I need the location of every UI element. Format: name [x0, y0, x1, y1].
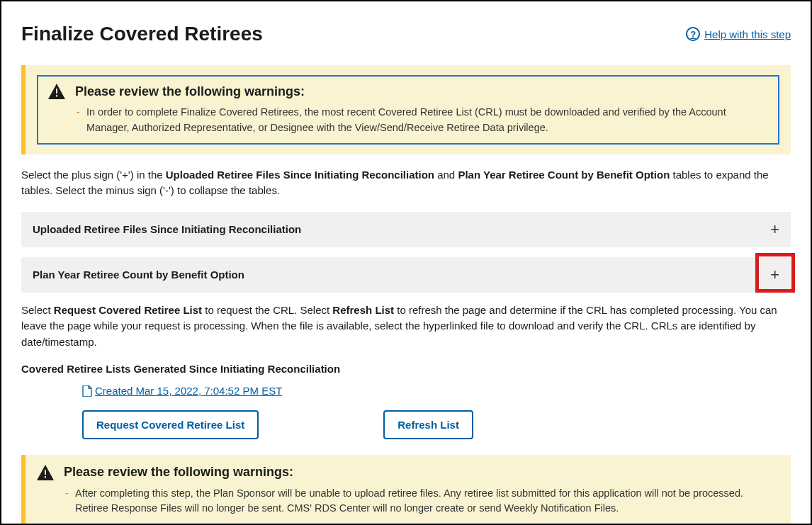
file-icon	[82, 385, 92, 397]
crl-section-title: Covered Retiree Lists Generated Since In…	[21, 363, 791, 375]
svg-rect-2	[45, 470, 46, 475]
warning-focus-outline: Please review the following warnings: In…	[37, 75, 779, 145]
refresh-list-button[interactable]: Refresh List	[383, 410, 473, 439]
plus-icon: +	[770, 267, 779, 283]
warning-box-top: Please review the following warnings: In…	[21, 65, 791, 154]
warning-box-bottom: Please review the following warnings: Af…	[21, 455, 791, 524]
warning-title: Please review the following warnings:	[75, 84, 305, 99]
request-crl-button[interactable]: Request Covered Retiree List	[82, 410, 259, 439]
warning-icon	[48, 84, 65, 99]
svg-rect-3	[45, 476, 46, 478]
instruction-expand: Select the plus sign ('+') in the Upload…	[21, 167, 791, 199]
svg-rect-0	[56, 89, 57, 94]
crl-file-link[interactable]: Created Mar 15, 2022, 7:04:52 PM EST	[82, 385, 282, 397]
warning-item: In order to complete Finalize Covered Re…	[77, 105, 768, 136]
accordion-title: Uploaded Retiree Files Since Initiating …	[33, 223, 301, 235]
warning-icon	[37, 465, 54, 480]
warning-title: Please review the following warnings:	[64, 465, 293, 480]
help-icon: ?	[686, 27, 700, 41]
accordion-title: Plan Year Retiree Count by Benefit Optio…	[33, 269, 244, 281]
help-link[interactable]: ? Help with this step	[686, 27, 791, 41]
accordion-plan-year-count[interactable]: Plan Year Retiree Count by Benefit Optio…	[21, 257, 791, 293]
crl-file-text: Created Mar 15, 2022, 7:04:52 PM EST	[95, 385, 282, 397]
plus-icon: +	[770, 222, 779, 237]
warning-item: After completing this step, the Plan Spo…	[65, 486, 779, 517]
svg-rect-1	[56, 95, 57, 97]
page-title: Finalize Covered Retirees	[21, 23, 263, 45]
accordion-uploaded-files[interactable]: Uploaded Retiree Files Since Initiating …	[21, 212, 791, 247]
help-link-text: Help with this step	[704, 28, 791, 40]
instruction-request-crl: Select Request Covered Retiree List to r…	[21, 303, 791, 351]
